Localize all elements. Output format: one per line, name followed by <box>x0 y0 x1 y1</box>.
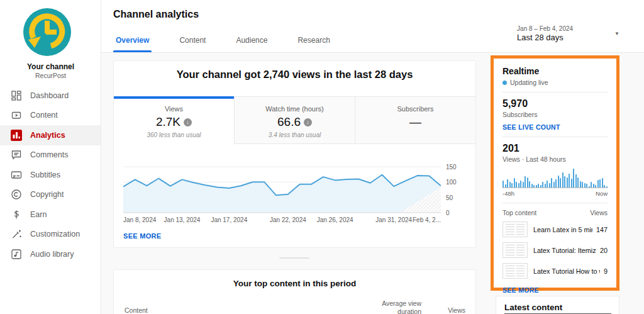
realtime-bar <box>573 169 574 188</box>
views-column: Views <box>590 209 608 216</box>
views-headline: Your channel got 2,740 views in the last… <box>114 69 475 81</box>
sidebar-item-earn[interactable]: Earn <box>0 205 101 225</box>
sidebar-item-audio-library[interactable]: Audio library <box>0 244 101 264</box>
realtime-content-row[interactable]: Latex Tutorial How to write m... 9 <box>502 263 608 279</box>
y-tick-label: 0 <box>446 210 450 216</box>
realtime-status: Updating live <box>510 79 548 86</box>
video-views: 9 <box>604 267 608 275</box>
date-label: Last 28 days <box>517 33 573 42</box>
realtime-bar <box>533 185 535 188</box>
chevron-down-icon: ▼ <box>614 31 619 36</box>
see-live-count-link[interactable]: SEE LIVE COUNT <box>502 123 608 131</box>
content-icon <box>11 109 22 121</box>
sidebar-item-label: Subtitles <box>30 171 60 179</box>
channel-avatar[interactable] <box>23 8 71 56</box>
realtime-subscribers-count: 5,970 <box>502 98 608 109</box>
views-line-chart[interactable] <box>123 164 441 214</box>
video-title: Learn Latex in 5 minutes <box>533 226 592 233</box>
realtime-bar <box>547 181 548 188</box>
realtime-bar <box>540 185 541 188</box>
sidebar-item-copyright[interactable]: Copyright <box>0 185 101 205</box>
sidebar-item-label: Audio library <box>30 250 74 259</box>
realtime-panel: Realtime Updating live 5,970 Subscribers… <box>491 55 619 291</box>
metric-tab-watch-time[interactable]: Watch time (hours) 66.6↓ 3.4 less than u… <box>234 96 355 144</box>
realtime-bar <box>597 180 599 188</box>
axis-label-start: -48h <box>502 190 514 197</box>
comments-icon <box>11 149 22 160</box>
recurpost-logo-icon <box>23 8 71 56</box>
axis-label-end: Now <box>596 190 608 197</box>
realtime-bar <box>553 182 555 188</box>
realtime-bar <box>502 181 504 188</box>
sidebar-item-comments[interactable]: Comments <box>0 145 101 165</box>
tab-audience[interactable]: Audience <box>233 36 270 52</box>
page-title: Channel analytics <box>113 9 199 20</box>
tab-overview[interactable]: Overview <box>113 36 152 52</box>
sidebar-item-dashboard[interactable]: Dashboard <box>0 86 101 106</box>
customization-icon <box>11 228 22 240</box>
metric-note: 3.4 less than usual <box>235 132 355 138</box>
x-tick-label: Feb 4, 2... <box>413 216 441 223</box>
top-content-column: Top content <box>502 209 536 216</box>
realtime-bar <box>520 181 521 188</box>
sidebar-item-content[interactable]: Content <box>0 106 101 126</box>
realtime-bar <box>536 185 537 188</box>
realtime-bar <box>542 182 543 188</box>
y-tick-label: 100 <box>446 179 457 186</box>
realtime-bar <box>560 178 561 188</box>
chart-y-axis-labels: 150100500 <box>446 164 471 214</box>
realtime-see-more-link[interactable]: SEE MORE <box>502 286 608 294</box>
realtime-bar <box>549 183 550 188</box>
sidebar-item-label: Earn <box>30 210 47 219</box>
video-views: 20 <box>600 247 608 254</box>
live-dot-icon <box>502 81 507 85</box>
realtime-bar <box>593 184 594 188</box>
realtime-bar <box>511 183 513 188</box>
realtime-content-row[interactable]: Latex Tutorial: Itemize, Enum... 20 <box>502 242 608 258</box>
realtime-bar <box>538 184 539 188</box>
realtime-bar <box>505 184 506 188</box>
metric-tab-subscribers[interactable]: Subscribers — <box>355 96 475 144</box>
realtime-bar <box>545 184 546 188</box>
sidebar-item-label: Customization <box>30 230 80 238</box>
video-title: Latex Tutorial: Itemize, Enum... <box>533 247 596 254</box>
realtime-bar-chart[interactable] <box>502 168 608 188</box>
y-tick-label: 50 <box>446 194 453 201</box>
metric-tabs: Views 2.7K↓ 360 less than usual Watch ti… <box>114 96 475 144</box>
tab-content[interactable]: Content <box>177 36 208 52</box>
earn-icon <box>11 209 22 220</box>
copyright-icon <box>11 189 22 200</box>
video-thumbnail <box>502 221 528 237</box>
video-views: 147 <box>596 226 608 233</box>
metric-value: 66.6 <box>277 115 301 129</box>
sidebar-menu: Dashboard Content <box>0 86 101 264</box>
date-range-picker[interactable]: Jan 8 – Feb 4, 2024 Last 28 days ▼ <box>517 25 619 42</box>
sidebar: Your channel RecurPost Dashboard Conten <box>0 0 101 314</box>
x-tick-label: Jan 31, 2024 <box>375 216 412 223</box>
realtime-bar <box>558 176 559 188</box>
realtime-bar <box>514 178 515 188</box>
realtime-bar <box>567 177 568 188</box>
metric-tab-views[interactable]: Views 2.7K↓ 360 less than usual <box>114 96 234 144</box>
realtime-bar <box>569 174 570 188</box>
sidebar-item-label: Analytics <box>30 131 65 140</box>
divider <box>502 137 608 137</box>
overview-card: Your channel got 2,740 views in the last… <box>113 60 476 248</box>
tab-research[interactable]: Research <box>295 36 332 52</box>
realtime-bar <box>589 186 590 188</box>
sidebar-item-analytics[interactable]: Analytics <box>0 125 101 145</box>
sidebar-item-subtitles[interactable]: Subtitles <box>0 165 101 185</box>
column-header-content: Content <box>125 306 148 314</box>
realtime-bar <box>577 177 579 188</box>
sidebar-item-customization[interactable]: Customization <box>0 225 101 245</box>
see-more-link[interactable]: SEE MORE <box>123 232 161 240</box>
audio-library-icon <box>11 249 22 260</box>
subtitles-icon <box>11 169 22 181</box>
realtime-bar <box>602 178 603 188</box>
dashboard-icon <box>11 90 22 101</box>
realtime-bar <box>529 181 530 188</box>
realtime-bar <box>516 182 517 188</box>
realtime-content-row[interactable]: Learn Latex in 5 minutes 147 <box>502 221 608 237</box>
top-content-title: Your top content in this period <box>114 279 475 288</box>
video-title: Latex Tutorial How to write m... <box>533 267 600 275</box>
